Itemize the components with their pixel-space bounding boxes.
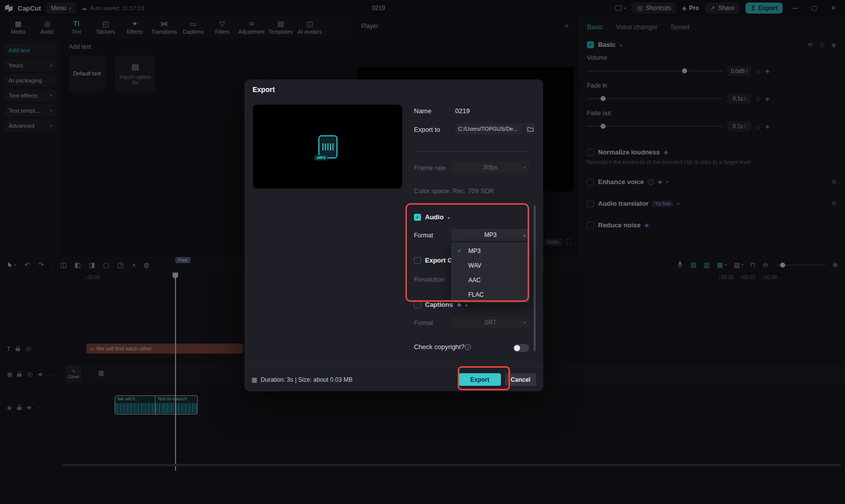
audio-format-dropdown[interactable]: MP3 ▴ [451, 229, 530, 241]
export-summary: Duration: 3s | Size: about 0.03 MB [261, 376, 353, 383]
export-path-field[interactable]: C:/Users/TOPGUS/De... [455, 123, 523, 134]
folder-icon [527, 126, 534, 132]
collapse-icon[interactable]: ▴ [465, 302, 468, 307]
frame-rate-label: Frame rate [414, 164, 446, 172]
check-icon: ✓ [457, 247, 462, 254]
waveform-icon [322, 143, 333, 150]
chevron-down-icon: ▾ [524, 320, 526, 325]
captions-format-dropdown: SRT ▾ [451, 316, 530, 328]
export-to-label: Export to [414, 126, 440, 133]
capcut-app: CapCut Menu ▾ ☁ Auto saved: 11:17:13 021… [0, 0, 845, 504]
mp3-file-icon: .MP3 [318, 135, 337, 158]
resolution-label: Resolution [414, 276, 445, 283]
frame-rate-dropdown: 30fps ▾ [451, 161, 530, 174]
chevron-up-icon: ▴ [524, 233, 526, 237]
toggle-knob [514, 345, 520, 351]
export-confirm-button[interactable]: Export [459, 373, 501, 386]
cancel-button[interactable]: Cancel [505, 373, 536, 386]
chevron-down-icon: ▾ [524, 165, 526, 170]
disabled-slider [414, 151, 530, 152]
menu-item-aac[interactable]: AAC [451, 273, 530, 287]
export-gif-checkbox[interactable] [414, 257, 421, 264]
export-preview: .MP3 [253, 105, 402, 189]
audio-section-label: Audio [425, 213, 444, 221]
audio-format-label: Format [414, 232, 433, 239]
export-dialog-title: Export [252, 86, 275, 94]
name-value[interactable]: 0219 [455, 107, 470, 115]
format-dropdown-menu: ✓ MP3 WAV AAC FLAC [451, 242, 530, 303]
check-copyright-label: Check copyright? [414, 343, 464, 351]
export-dialog-footer: ▦ Duration: 3s | Size: about 0.03 MB Exp… [244, 367, 543, 391]
color-space-text: Color space: Rec. 709 SDR [414, 187, 494, 195]
captions-section-checkbox[interactable] [414, 301, 421, 308]
menu-item-wav[interactable]: WAV [451, 258, 530, 273]
captions-format-label: Format [414, 319, 433, 326]
dialog-scrollbar[interactable] [534, 205, 536, 351]
export-dialog: Export .MP3 Name 0219 Export to C:/Users… [244, 79, 543, 391]
collapse-icon[interactable]: ▴ [448, 215, 450, 220]
check-copyright-toggle[interactable] [513, 344, 529, 352]
menu-item-mp3[interactable]: ✓ MP3 [451, 243, 530, 258]
mp3-badge: .MP3 [314, 155, 328, 160]
name-label: Name [414, 107, 432, 115]
menu-item-flac[interactable]: FLAC [451, 287, 530, 302]
audio-section-checkbox[interactable]: ✓ [414, 214, 421, 221]
film-icon: ▦ [251, 376, 257, 383]
captions-section-label: Captions [425, 301, 453, 308]
browse-folder-button[interactable] [525, 123, 535, 134]
info-icon: i [465, 344, 471, 350]
